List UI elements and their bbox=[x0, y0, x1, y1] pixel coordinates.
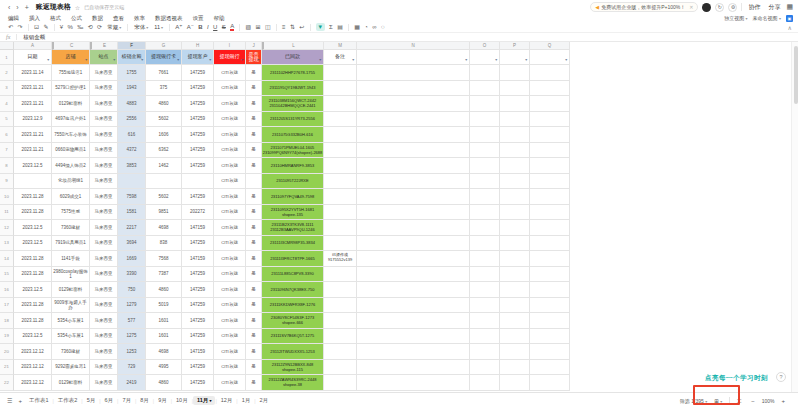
grid-cell[interactable]: 2023.12.5 bbox=[14, 220, 52, 236]
note-cell[interactable] bbox=[324, 158, 357, 174]
grid-cell[interactable] bbox=[357, 158, 470, 174]
grid-cell[interactable] bbox=[530, 329, 570, 345]
row-number[interactable]: 10 bbox=[0, 189, 14, 205]
note-cell[interactable] bbox=[324, 205, 357, 221]
note-cell[interactable] bbox=[324, 282, 357, 298]
grid-cell[interactable]: 马来西亚 bbox=[90, 189, 118, 205]
filter-funnel-icon[interactable]: ▼ bbox=[209, 59, 212, 63]
grid-cell[interactable]: 马来西亚 bbox=[90, 375, 118, 391]
row-number[interactable]: 22 bbox=[0, 375, 14, 391]
grid-cell[interactable] bbox=[470, 360, 500, 376]
payback-cell[interactable]: 2311071PMUEL04-1605231099PQ6N9Y74(shopee… bbox=[262, 143, 324, 159]
row-number[interactable]: 4 bbox=[0, 96, 14, 112]
grid-cell[interactable]: 2217 bbox=[118, 220, 146, 236]
note-cell[interactable] bbox=[324, 344, 357, 360]
undo-icon[interactable]: ↶ bbox=[8, 24, 13, 30]
history-icon[interactable]: ↻ bbox=[715, 3, 724, 12]
freeze-icon[interactable]: ▤ bbox=[337, 24, 343, 30]
grid-cell[interactable]: 4995 bbox=[146, 360, 182, 376]
row-number[interactable]: 18 bbox=[0, 313, 14, 329]
avatar[interactable] bbox=[702, 3, 711, 12]
grid-cell[interactable]: 1755 bbox=[118, 65, 146, 81]
grid-cell[interactable]: 2023.11.28 bbox=[14, 205, 52, 221]
grid-cell[interactable] bbox=[470, 298, 500, 314]
grid-cell[interactable] bbox=[357, 236, 470, 252]
row-number[interactable]: 3 bbox=[0, 81, 14, 97]
grid-cell[interactable]: 147259 bbox=[182, 360, 214, 376]
grid-cell[interactable]: 4860 bbox=[146, 375, 182, 391]
merge-cells-icon[interactable]: ◫ bbox=[265, 24, 271, 30]
payback-cell[interactable]: 2311102HHP27678-1755 bbox=[262, 65, 324, 81]
column-header-Q[interactable]: Q bbox=[530, 42, 570, 50]
filter-icon[interactable]: ▼ bbox=[316, 23, 325, 31]
grid-cell[interactable]: 7575性感 bbox=[52, 205, 90, 221]
grid-cell[interactable]: 是 bbox=[246, 81, 262, 97]
grid-cell[interactable]: 750 bbox=[118, 282, 146, 298]
row-number[interactable]: 9 bbox=[0, 174, 14, 190]
grid-cell[interactable] bbox=[246, 174, 262, 190]
grid-cell[interactable] bbox=[357, 298, 470, 314]
grid-cell[interactable]: 147259 bbox=[182, 313, 214, 329]
grid-cell[interactable] bbox=[357, 174, 470, 190]
font-select[interactable]: 宋体▾ bbox=[134, 24, 148, 31]
header-cell-站点[interactable]: 站点▼ bbox=[90, 50, 118, 65]
grid-cell[interactable] bbox=[500, 344, 530, 360]
grid-cell[interactable] bbox=[470, 282, 500, 298]
grid-cell[interactable]: 马来西亚 bbox=[90, 236, 118, 252]
grid-cell[interactable] bbox=[470, 189, 500, 205]
grid-cell[interactable]: 2023.11.28 bbox=[14, 267, 52, 283]
payback-cell[interactable]: 23111I3CMR98P35-3834 bbox=[262, 236, 324, 252]
grid-cell[interactable] bbox=[500, 251, 530, 267]
grid-cell[interactable]: CITI 玫珑 bbox=[214, 65, 246, 81]
grid-cell[interactable]: 5279口腔护理1 bbox=[52, 81, 90, 97]
grid-cell[interactable]: 9851 bbox=[146, 205, 182, 221]
payback-cell[interactable]: 23111L885C8PV8-3390 bbox=[262, 267, 324, 283]
vertical-scrollbar[interactable] bbox=[791, 42, 798, 392]
sheet-tab-工作表1[interactable]: 工作表1 bbox=[25, 396, 53, 405]
grid-cell[interactable]: CITI 玫珑 bbox=[214, 189, 246, 205]
grid-cell[interactable]: 1141手袋 bbox=[52, 251, 90, 267]
row-number[interactable]: 19 bbox=[0, 329, 14, 345]
grid-cell[interactable] bbox=[530, 375, 570, 391]
menu-item-格式[interactable]: 格式 bbox=[50, 15, 61, 22]
grid-cell[interactable]: 5354小车展1 bbox=[52, 329, 90, 345]
grid-cell[interactable] bbox=[470, 344, 500, 360]
grid-cell[interactable] bbox=[500, 313, 530, 329]
filter-status-button[interactable]: 筛选 1/395 ▾ bbox=[680, 398, 707, 404]
row-number[interactable]: 21 bbox=[0, 360, 14, 376]
sheet-tab-5月[interactable]: 5月 bbox=[83, 396, 100, 405]
sheet-tab-9月[interactable]: 9月 bbox=[154, 396, 171, 405]
grid-cell[interactable]: 4860 bbox=[146, 282, 182, 298]
note-cell[interactable] bbox=[324, 313, 357, 329]
grid-cell[interactable]: 马来西亚 bbox=[90, 96, 118, 112]
format-painter-icon[interactable]: ✎ bbox=[43, 24, 48, 30]
grid-cell[interactable]: 4494情人饰品2 bbox=[52, 158, 90, 174]
grid-cell[interactable]: 147159 bbox=[182, 251, 214, 267]
grid-cell[interactable]: CITI 玫珑 bbox=[214, 298, 246, 314]
grid-cell[interactable] bbox=[530, 158, 570, 174]
grid-cell[interactable]: 2556 bbox=[118, 112, 146, 128]
header-cell-N[interactable]: ▼ bbox=[357, 50, 470, 65]
column-header-E[interactable]: E bbox=[90, 42, 118, 50]
payback-cell[interactable]: 23110HMRANRF9-3853 bbox=[262, 158, 324, 174]
grid-cell[interactable]: 4883 bbox=[118, 96, 146, 112]
formula-bar[interactable]: fx 核销金额 bbox=[0, 33, 798, 42]
grid-cell[interactable]: 375 bbox=[146, 81, 182, 97]
sheet-tab-12月[interactable]: 12月 bbox=[217, 396, 237, 405]
grid-cell[interactable] bbox=[500, 329, 530, 345]
row-number[interactable]: 5 bbox=[0, 112, 14, 128]
grid-cell[interactable] bbox=[500, 81, 530, 97]
borders-icon[interactable]: ⊞ bbox=[256, 24, 261, 30]
grid-cell[interactable]: 马来西亚 bbox=[90, 174, 118, 190]
column-header-L[interactable]: L bbox=[262, 42, 324, 50]
header-cell-已回款[interactable]: 已回款▼ bbox=[262, 50, 324, 65]
grid-cell[interactable]: 1601 bbox=[146, 313, 182, 329]
grid-cell[interactable] bbox=[470, 205, 500, 221]
grid-cell[interactable]: 4372 bbox=[118, 143, 146, 159]
grid-cell[interactable]: 4697电讯户外1 bbox=[52, 112, 90, 128]
column-header-F[interactable]: F bbox=[118, 42, 146, 50]
comma-style-icon[interactable]: ‰ bbox=[77, 24, 83, 30]
vertical-align-icon[interactable]: ⇅ bbox=[290, 24, 295, 30]
payback-cell[interactable]: 23111I3FRCT8TPF-1665 bbox=[262, 251, 324, 267]
filter-funnel-icon[interactable]: ▼ bbox=[113, 59, 116, 63]
